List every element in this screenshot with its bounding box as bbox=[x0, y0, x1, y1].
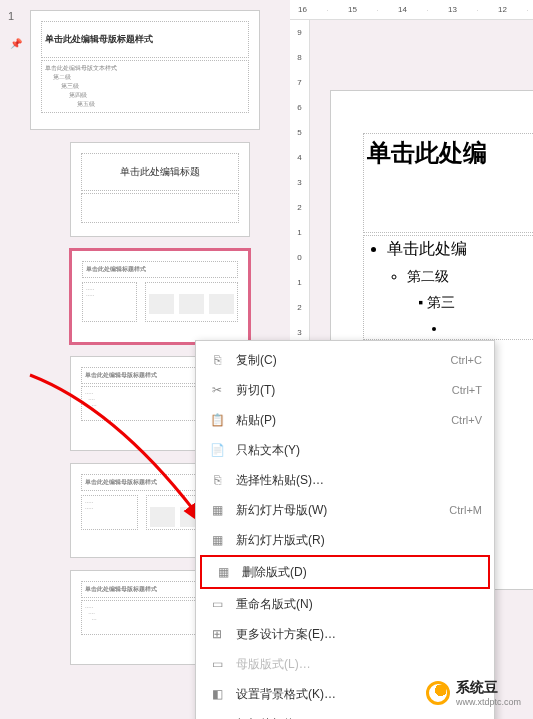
watermark: 系统豆 www.xtdptc.com bbox=[426, 679, 521, 707]
slide-number: 1 bbox=[8, 10, 14, 22]
menu-slide-transition[interactable]: ▤幻灯片切换(F)… bbox=[196, 709, 494, 719]
new-master-icon: ▦ bbox=[208, 501, 226, 519]
menu-paste-special[interactable]: ⎘选择性粘贴(S)… bbox=[196, 465, 494, 495]
menu-paste-text[interactable]: 📄只粘文本(Y) bbox=[196, 435, 494, 465]
menu-delete-layout[interactable]: ▦删除版式(D) bbox=[200, 555, 490, 589]
paste-text-icon: 📄 bbox=[208, 441, 226, 459]
delete-layout-icon: ▦ bbox=[214, 563, 232, 581]
master-layout-icon: ▭ bbox=[208, 655, 226, 673]
layout-thumbnail-2[interactable]: 单击此处编辑标题样式 ·········· bbox=[70, 249, 250, 344]
horizontal-ruler: 16· 15· 14· 13· 12· 11· 10· 9 bbox=[290, 0, 533, 20]
menu-rename-layout[interactable]: ▭重命名版式(N) bbox=[196, 589, 494, 619]
menu-cut[interactable]: ✂剪切(T)Ctrl+T bbox=[196, 375, 494, 405]
menu-copy[interactable]: ⎘复制(C)Ctrl+C bbox=[196, 345, 494, 375]
paste-special-icon: ⎘ bbox=[208, 471, 226, 489]
transition-icon: ▤ bbox=[208, 715, 226, 719]
menu-paste[interactable]: 📋粘贴(P)Ctrl+V bbox=[196, 405, 494, 435]
slide-body-placeholder[interactable]: 单击此处编 第二级 第三 bbox=[363, 235, 533, 340]
menu-master-layout: ▭母版版式(L)… bbox=[196, 649, 494, 679]
master-slide-thumbnail[interactable]: 单击此处编辑母版标题样式 单击此处编辑母版文本样式 第二级 第三级 第四级 第五… bbox=[30, 10, 260, 130]
designs-icon: ⊞ bbox=[208, 625, 226, 643]
watermark-logo-icon bbox=[426, 681, 450, 705]
rename-icon: ▭ bbox=[208, 595, 226, 613]
menu-new-layout[interactable]: ▦新幻灯片版式(R) bbox=[196, 525, 494, 555]
paste-icon: 📋 bbox=[208, 411, 226, 429]
slide-title-placeholder[interactable]: 单击此处编 bbox=[367, 137, 533, 169]
copy-icon: ⎘ bbox=[208, 351, 226, 369]
cut-icon: ✂ bbox=[208, 381, 226, 399]
menu-more-designs[interactable]: ⊞更多设计方案(E)… bbox=[196, 619, 494, 649]
pin-icon[interactable]: 📌 bbox=[10, 38, 22, 49]
new-layout-icon: ▦ bbox=[208, 531, 226, 549]
context-menu: ⎘复制(C)Ctrl+C ✂剪切(T)Ctrl+T 📋粘贴(P)Ctrl+V 📄… bbox=[195, 340, 495, 719]
menu-new-master[interactable]: ▦新幻灯片母版(W)Ctrl+M bbox=[196, 495, 494, 525]
background-icon: ◧ bbox=[208, 685, 226, 703]
layout-thumbnail-1[interactable]: 单击此处编辑标题 bbox=[70, 142, 250, 237]
